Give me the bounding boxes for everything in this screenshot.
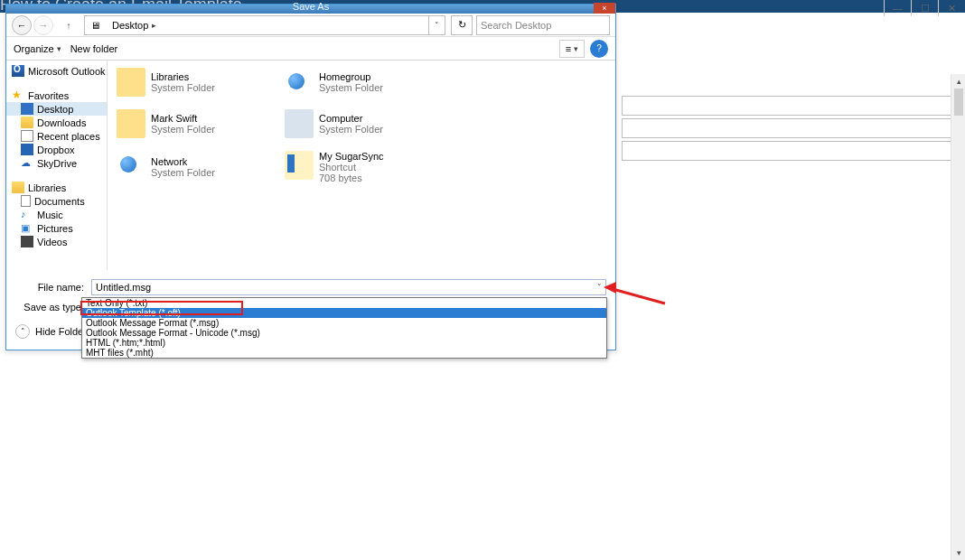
- address-dropdown-button[interactable]: ˅: [428, 16, 445, 34]
- computer-icon: [285, 109, 314, 138]
- search-input[interactable]: Search Desktop: [476, 15, 610, 35]
- search-placeholder: Search Desktop: [481, 20, 551, 31]
- window-controls: — ☐ ✕: [884, 0, 965, 20]
- dialog-toolbar: Organize ▾ New folder ≡ ▾ ?: [6, 37, 615, 61]
- scroll-down-icon[interactable]: ▾: [951, 546, 965, 560]
- svg-marker-1: [604, 282, 616, 294]
- savetype-option[interactable]: MHT files (*.mht): [82, 348, 606, 358]
- chevron-down-icon: ▾: [574, 44, 578, 53]
- tree-skydrive[interactable]: ☁SkyDrive: [6, 156, 107, 170]
- savetype-option[interactable]: HTML (*.htm;*.html): [82, 338, 606, 348]
- address-bar[interactable]: 🖥 Desktop ▸ ˅: [84, 15, 445, 35]
- maximize-button[interactable]: ☐: [911, 0, 938, 16]
- folder-icon: [21, 117, 33, 128]
- refresh-button[interactable]: ↻: [451, 15, 473, 35]
- tree-music[interactable]: ♪Music: [6, 208, 107, 221]
- savetype-label: Save as type:: [15, 302, 84, 313]
- list-icon: ≡: [566, 43, 571, 54]
- tree-downloads[interactable]: Downloads: [6, 116, 107, 129]
- cloud-icon: ☁: [21, 157, 33, 169]
- scroll-up-icon[interactable]: ▴: [951, 74, 965, 89]
- desktop-icon: [21, 103, 33, 115]
- bg-field-2[interactable]: [622, 118, 960, 138]
- dialog-close-button[interactable]: ×: [594, 3, 615, 14]
- item-homegroup[interactable]: HomegroupSystem Folder: [285, 68, 453, 97]
- filename-label: File name:: [15, 282, 84, 293]
- pictures-icon: ▣: [21, 222, 33, 234]
- tree-desktop[interactable]: Desktop: [6, 102, 107, 116]
- savetype-option[interactable]: Outlook Message Format - Unicode (*.msg): [82, 328, 606, 338]
- videos-icon: [21, 236, 33, 247]
- tree-pictures[interactable]: ▣Pictures: [6, 221, 107, 235]
- chevron-down-icon: ▾: [57, 44, 61, 53]
- tree-documents[interactable]: Documents: [6, 194, 107, 208]
- dialog-nav-bar: ← → ↑ 🖥 Desktop ▸ ˅ ↻ Search Desktop: [6, 14, 615, 37]
- view-button[interactable]: ≡ ▾: [559, 40, 585, 58]
- minimize-button[interactable]: —: [884, 0, 911, 16]
- file-pane[interactable]: LibrariesSystem Folder HomegroupSystem F…: [108, 61, 615, 270]
- dialog-titlebar[interactable]: Save As ×: [6, 5, 615, 14]
- item-computer[interactable]: ComputerSystem Folder: [285, 109, 453, 138]
- crumb-desktop[interactable]: Desktop: [112, 20, 148, 31]
- nav-back-button[interactable]: ←: [12, 15, 32, 35]
- item-user[interactable]: Mark SwiftSystem Folder: [117, 109, 285, 138]
- recent-icon: [21, 130, 33, 142]
- tree-videos[interactable]: Videos: [6, 235, 107, 248]
- bg-field-3[interactable]: [622, 141, 960, 161]
- filename-value: Untitled.msg: [96, 282, 151, 293]
- savetype-dropdown[interactable]: Text Only (*.txt)Outlook Template (*.oft…: [81, 297, 607, 359]
- tree-recent[interactable]: Recent places: [6, 129, 107, 143]
- homegroup-icon: [285, 68, 314, 97]
- folder-icon: [117, 68, 145, 97]
- bg-field-1[interactable]: [622, 96, 960, 116]
- crumb-icon: 🖥: [85, 20, 106, 31]
- user-folder-icon: [117, 109, 145, 138]
- item-libraries[interactable]: LibrariesSystem Folder: [117, 68, 285, 97]
- savetype-option[interactable]: Text Only (*.txt): [82, 298, 606, 308]
- dropbox-icon: [21, 144, 33, 155]
- savetype-option[interactable]: Outlook Message Format (*.msg): [82, 318, 606, 328]
- nav-up-button[interactable]: ↑: [59, 15, 79, 35]
- item-network[interactable]: NetworkSystem Folder: [117, 151, 285, 183]
- svg-line-0: [613, 289, 665, 303]
- shortcut-icon: [285, 151, 314, 180]
- filename-input[interactable]: Untitled.msg ˅: [91, 279, 606, 295]
- libraries-icon: [12, 182, 24, 193]
- star-icon: ★: [12, 89, 24, 101]
- network-icon: [117, 151, 145, 180]
- bg-scrollbar[interactable]: ▴ ▾: [951, 74, 965, 560]
- hide-folders-toggle[interactable]: ˄: [15, 324, 30, 339]
- outlook-icon: [12, 65, 24, 77]
- tree-favorites[interactable]: ★Favorites: [6, 89, 107, 102]
- tree-dropbox[interactable]: Dropbox: [6, 143, 107, 156]
- close-button[interactable]: ✕: [938, 0, 965, 16]
- scroll-thumb[interactable]: [954, 89, 963, 116]
- nav-forward-button[interactable]: →: [33, 15, 53, 35]
- music-icon: ♪: [21, 209, 33, 220]
- chevron-right-icon[interactable]: ▸: [152, 21, 156, 30]
- tree-outlook[interactable]: Microsoft Outlook: [6, 64, 107, 78]
- dialog-title: Save As: [293, 1, 329, 12]
- item-sugarsync[interactable]: My SugarSyncShortcut708 bytes: [285, 151, 453, 183]
- organize-button[interactable]: Organize ▾: [14, 43, 61, 54]
- tree-libraries[interactable]: Libraries: [6, 181, 107, 194]
- chevron-down-icon[interactable]: ˅: [597, 283, 602, 292]
- nav-tree: Microsoft Outlook ★Favorites Desktop Dow…: [6, 61, 108, 270]
- new-folder-button[interactable]: New folder: [70, 43, 118, 54]
- annotation-arrow: [604, 282, 667, 309]
- document-icon: [21, 195, 31, 207]
- help-button[interactable]: ?: [590, 40, 608, 58]
- savetype-option[interactable]: Outlook Template (*.oft): [82, 308, 606, 318]
